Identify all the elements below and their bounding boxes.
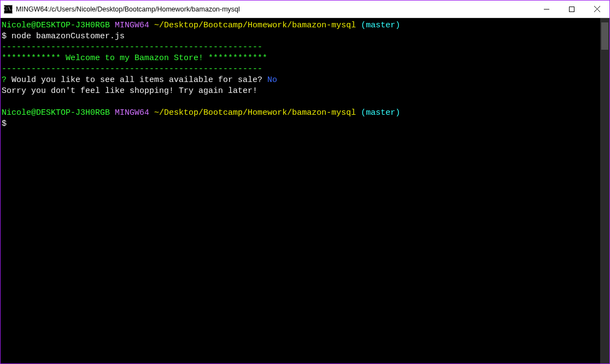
maximize-icon [569,7,574,12]
blank-line [2,97,7,107]
prompt-env: MINGW64 [115,108,149,118]
window-titlebar: C:\. MINGW64:/c/Users/Nicole/Desktop/Boo… [1,1,609,18]
prompt-path: ~/Desktop/Bootcamp/Homework/bamazon-mysq… [154,108,356,118]
close-button[interactable] [584,1,609,17]
divider-line: ----------------------------------------… [2,64,262,74]
terminal-output[interactable]: Nicole@DESKTOP-J3H0RGB MINGW64 ~/Desktop… [1,18,600,363]
welcome-banner: ************ Welcome to my Bamazon Store… [2,54,267,63]
prompt-symbol: $ [2,119,7,128]
prompt-symbol: $ [2,32,7,41]
prompt-path: ~/Desktop/Bootcamp/Homework/bamazon-mysq… [154,21,356,30]
terminal-area: Nicole@DESKTOP-J3H0RGB MINGW64 ~/Desktop… [1,18,609,363]
minimize-button[interactable] [534,1,559,17]
terminal-icon: C:\. [4,5,13,14]
close-icon [594,6,600,12]
prompt-branch: (master) [361,108,400,118]
maximize-button[interactable] [559,1,584,17]
command-text: node bamazonCustomer.js [11,32,125,41]
question-mark: ? [2,75,7,85]
scrollbar-thumb[interactable] [601,22,608,50]
window-controls [534,1,609,17]
prompt-user: Nicole@DESKTOP-J3H0RGB [2,21,110,30]
prompt-branch: (master) [361,21,400,30]
prompt-user: Nicole@DESKTOP-J3H0RGB [2,108,110,118]
answer-text: No [262,75,277,85]
svg-rect-1 [570,7,574,11]
vertical-scrollbar[interactable] [600,18,609,363]
sorry-message: Sorry you don't feel like shopping! Try … [2,86,257,96]
window-title: MINGW64:/c/Users/Nicole/Desktop/Bootcamp… [16,5,534,13]
prompt-env: MINGW64 [115,21,149,30]
question-text: Would you like to see all items availabl… [7,75,262,85]
minimize-icon [544,7,549,12]
divider-line: ----------------------------------------… [2,43,262,52]
